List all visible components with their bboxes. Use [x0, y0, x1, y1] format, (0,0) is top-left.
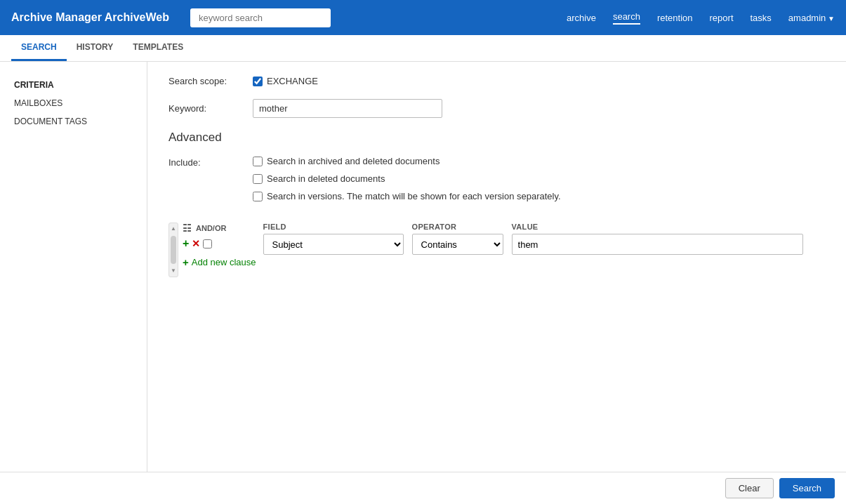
clause-left-controls: ☷ AND/OR + ✕ + Add new clause: [183, 223, 256, 268]
scroll-down-arrow[interactable]: ▼: [171, 267, 176, 275]
clause-section: ▲ ▼ ☷ AND/OR + ✕ +: [168, 223, 825, 277]
sidebar-item-mailboxes[interactable]: MAILBOXES: [0, 94, 147, 112]
keyword-label: Keyword:: [168, 103, 253, 114]
scroll-up-arrow[interactable]: ▲: [171, 225, 176, 233]
tab-templates[interactable]: TEMPLATES: [123, 35, 193, 61]
bottom-bar: Clear Search: [0, 472, 846, 504]
sidebar: CRITERIA MAILBOXES DOCUMENT TAGS: [0, 62, 147, 501]
nav-retention[interactable]: retention: [657, 13, 693, 23]
filter-controls-row: FIELD Subject From To Date Body OPERATOR: [263, 223, 825, 255]
include-option-2[interactable]: Search in deleted documents: [253, 173, 561, 184]
header: Archive Manager ArchiveWeb archive searc…: [0, 0, 846, 35]
include-archived-deleted-label: Search in archived and deleted documents: [267, 156, 439, 166]
add-new-clause-label: Add new clause: [192, 257, 256, 267]
include-options: Search in archived and deleted documents…: [253, 156, 561, 201]
nav-search[interactable]: search: [613, 11, 640, 25]
add-new-clause-button[interactable]: + Add new clause: [183, 256, 256, 268]
advanced-heading: Advanced: [168, 131, 825, 145]
nav-archive[interactable]: archive: [567, 13, 596, 23]
search-scope-row: Search scope: EXCHANGE: [168, 76, 825, 86]
keyword-input[interactable]: [253, 99, 442, 118]
andor-header: ☷ AND/OR: [183, 223, 226, 234]
include-deleted-label: Search in deleted documents: [267, 173, 385, 184]
add-new-clause-plus-icon: +: [183, 256, 189, 268]
keyword-control-area: [253, 99, 825, 118]
clause-action-row: + ✕: [183, 238, 212, 249]
field-select[interactable]: Subject From To Date Body: [263, 234, 404, 255]
clause-remove-button[interactable]: ✕: [192, 239, 200, 248]
clear-button[interactable]: Clear: [725, 478, 774, 498]
filter-area: FIELD OPERATOR FIELD Subject From To: [263, 223, 825, 255]
clause-scrollbar[interactable]: ▲ ▼: [168, 223, 178, 277]
scroll-handle[interactable]: [171, 236, 176, 264]
operator-select[interactable]: Contains Equals Starts with Ends with Do…: [412, 234, 503, 255]
nav-report[interactable]: report: [710, 13, 734, 23]
field-filter-col: FIELD Subject From To Date Body: [263, 223, 408, 255]
include-versions-checkbox[interactable]: [253, 192, 263, 201]
tab-search[interactable]: SEARCH: [11, 35, 67, 61]
app-title: Archive Manager ArchiveWeb: [11, 11, 169, 24]
value-input[interactable]: [512, 234, 803, 255]
include-deleted-checkbox[interactable]: [253, 174, 263, 184]
andor-label: AND/OR: [196, 224, 226, 232]
clause-select-checkbox[interactable]: [203, 239, 212, 248]
main-nav: archive search retention report tasks am…: [567, 11, 835, 25]
keyword-row: Keyword:: [168, 99, 825, 118]
main-layout: CRITERIA MAILBOXES DOCUMENT TAGS Search …: [0, 62, 846, 501]
search-button[interactable]: Search: [779, 478, 835, 498]
include-archived-deleted-checkbox[interactable]: [253, 157, 263, 166]
include-option-1[interactable]: Search in archived and deleted documents: [253, 156, 561, 166]
andor-icon: ☷: [183, 223, 192, 234]
exchange-checkbox-label[interactable]: EXCHANGE: [253, 76, 318, 86]
sidebar-item-criteria[interactable]: CRITERIA: [0, 76, 147, 94]
operator-filter-col: OPERATOR Contains Equals Starts with End…: [412, 223, 508, 255]
tab-history[interactable]: HISTORY: [67, 35, 124, 61]
include-option-3[interactable]: Search in versions. The match will be sh…: [253, 191, 561, 201]
field-header: FIELD: [263, 223, 408, 231]
operator-header: OPERATOR: [412, 223, 508, 231]
sidebar-item-document-tags[interactable]: DOCUMENT TAGS: [0, 112, 147, 131]
search-scope-controls: EXCHANGE: [253, 76, 825, 86]
sub-tab-bar: SEARCH HISTORY TEMPLATES: [0, 35, 846, 62]
exchange-label: EXCHANGE: [267, 76, 318, 86]
exchange-checkbox[interactable]: [253, 77, 263, 86]
include-versions-label: Search in versions. The match will be sh…: [267, 191, 561, 201]
nav-tasks[interactable]: tasks: [751, 13, 772, 23]
search-scope-label: Search scope:: [168, 76, 253, 86]
global-search-input[interactable]: [190, 8, 331, 27]
nav-amadmin[interactable]: amadmin: [788, 13, 835, 23]
include-label: Include:: [168, 156, 253, 168]
include-row: Include: Search in archived and deleted …: [168, 156, 825, 201]
value-filter-col: VALUE: [512, 223, 803, 255]
value-header: VALUE: [512, 223, 803, 231]
search-content: Search scope: EXCHANGE Keyword: Advanced…: [147, 62, 846, 501]
clause-add-button[interactable]: +: [183, 238, 189, 249]
